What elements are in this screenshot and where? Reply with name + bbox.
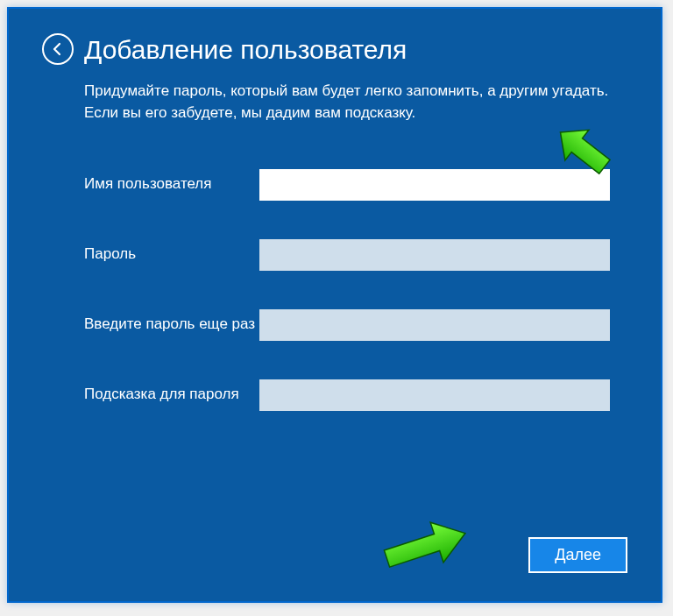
next-button[interactable]: Далее [528,537,627,573]
button-bar: Далее [528,537,627,573]
confirm-password-label: Введите пароль еще раз [84,309,259,334]
password-input[interactable] [259,239,610,271]
password-label: Пароль [84,239,259,264]
password-row: Пароль [84,239,627,271]
confirm-password-input[interactable] [259,309,610,341]
page-title: Добавление пользователя [84,35,407,64]
username-row: Имя пользователя [84,169,627,201]
username-label: Имя пользователя [84,169,259,194]
header: Добавление пользователя [42,33,627,65]
password-hint-row: Подсказка для пароля [84,379,627,411]
confirm-password-row: Введите пароль еще раз [84,309,627,341]
page-description: Придумайте пароль, который вам будет лег… [84,81,627,124]
arrow-left-icon [50,41,66,57]
password-hint-label: Подсказка для пароля [84,379,259,404]
back-button[interactable] [42,33,74,65]
username-input[interactable] [259,169,610,201]
password-hint-input[interactable] [259,379,610,411]
add-user-wizard: Добавление пользователя Придумайте парол… [7,7,662,603]
